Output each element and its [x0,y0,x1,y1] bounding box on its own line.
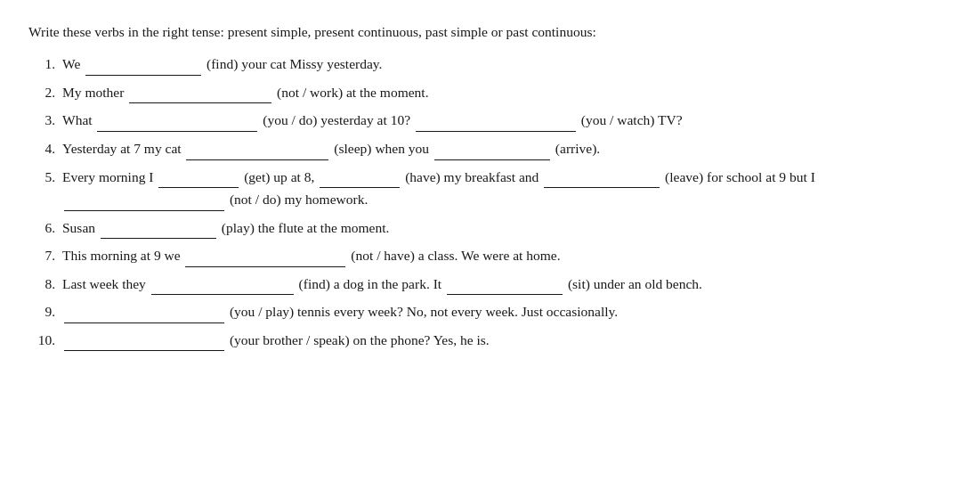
exercise-list: 1.We (find) your cat Missy yesterday.2.M… [28,53,952,351]
item-content: What (you / do) yesterday at 10? (you / … [62,109,952,132]
item-number: 7. [28,244,62,267]
list-item: 5.Every morning I (get) up at 8, (have) … [28,166,952,211]
answer-blank[interactable] [129,87,271,103]
item-content: Yesterday at 7 my cat (sleep) when you (… [62,137,952,160]
item-content: Last week they (find) a dog in the park.… [62,273,952,296]
list-item: 7.This morning at 9 we (not / have) a cl… [28,244,952,267]
instructions: Write these verbs in the right tense: pr… [28,21,952,42]
item-number: 3. [28,109,62,132]
answer-blank[interactable] [64,195,224,211]
item-number: 10. [28,329,62,352]
list-item: 1.We (find) your cat Missy yesterday. [28,53,952,76]
list-item: 10. (your brother / speak) on the phone?… [28,329,952,352]
answer-blank[interactable] [186,144,328,160]
list-item: 8.Last week they (find) a dog in the par… [28,273,952,296]
item-content: My mother (not / work) at the moment. [62,81,952,104]
list-item: 4.Yesterday at 7 my cat (sleep) when you… [28,137,952,160]
answer-blank[interactable] [416,116,576,132]
answer-blank[interactable] [320,172,400,188]
list-item: 3.What (you / do) yesterday at 10? (you … [28,109,952,132]
item-number: 5. [28,166,62,189]
answer-blank[interactable] [185,251,345,267]
item-number: 6. [28,216,62,240]
item-number: 4. [28,137,62,160]
item-content: Susan (play) the flute at the moment. [62,216,952,240]
item-content: (your brother / speak) on the phone? Yes… [62,329,952,352]
answer-blank[interactable] [64,307,224,323]
answer-blank[interactable] [434,144,550,160]
answer-blank[interactable] [85,60,201,76]
answer-blank[interactable] [447,279,563,295]
list-item: 2.My mother (not / work) at the moment. [28,81,952,104]
item-number: 1. [28,53,62,76]
item-content: This morning at 9 we (not / have) a clas… [62,244,952,267]
list-item: 9. (you / play) tennis every week? No, n… [28,300,952,323]
answer-blank[interactable] [158,172,239,188]
answer-blank[interactable] [64,335,224,351]
answer-blank[interactable] [151,279,294,295]
answer-blank[interactable] [97,116,257,132]
item-content: Every morning I (get) up at 8, (have) my… [62,166,952,211]
item-content: We (find) your cat Missy yesterday. [62,53,952,76]
item-number: 2. [28,81,62,104]
item-content: (you / play) tennis every week? No, not … [62,300,952,323]
answer-blank[interactable] [101,223,216,239]
item-number: 8. [28,273,62,296]
list-item: 6.Susan (play) the flute at the moment. [28,216,952,240]
item-number: 9. [28,300,62,323]
answer-blank[interactable] [544,172,660,188]
